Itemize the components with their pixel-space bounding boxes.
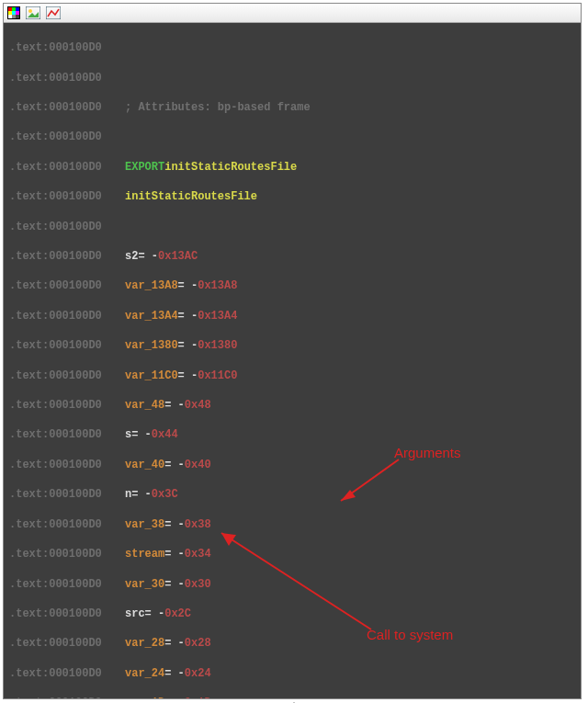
addr: .text:000100D0 bbox=[9, 189, 125, 204]
palette-icon[interactable] bbox=[7, 6, 20, 19]
addr: .text:000100D0 bbox=[9, 696, 125, 698]
var: var_13A4 bbox=[125, 309, 178, 323]
addr: .text:000100D0 bbox=[9, 487, 125, 502]
var: s bbox=[125, 427, 131, 442]
svg-rect-4 bbox=[8, 11, 12, 15]
svg-rect-6 bbox=[16, 11, 19, 15]
svg-rect-9 bbox=[16, 15, 19, 18]
addr: .text:000100D0 bbox=[9, 71, 125, 85]
attr-comment: ; Attributes: bp-based frame bbox=[125, 100, 311, 115]
toolbar bbox=[4, 4, 581, 23]
var: s2 bbox=[125, 249, 138, 264]
func-name: initStaticRoutesFile bbox=[164, 160, 297, 175]
var: var_38 bbox=[125, 517, 164, 532]
var: var_30 bbox=[125, 577, 164, 592]
var: n bbox=[125, 487, 131, 502]
addr: .text:000100D0 bbox=[9, 278, 125, 293]
svg-point-11 bbox=[28, 9, 32, 13]
addr: .text:000100D0 bbox=[9, 636, 125, 651]
disassembly-listing[interactable]: .text:000100D0 .text:000100D0 .text:0001… bbox=[4, 23, 581, 698]
func-name: initStaticRoutesFile bbox=[125, 189, 257, 204]
addr: .text:000100D0 bbox=[9, 309, 125, 323]
var: var_48 bbox=[125, 398, 164, 413]
addr: .text:000100D0 bbox=[9, 458, 125, 472]
addr: .text:000100D0 bbox=[9, 607, 125, 621]
addr: .text:000100D0 bbox=[9, 100, 125, 115]
var: var_13A8 bbox=[125, 278, 178, 293]
addr: .text:000100D0 bbox=[9, 517, 125, 532]
addr: .text:000100D0 bbox=[9, 666, 125, 681]
export-kw: EXPORT bbox=[125, 160, 164, 175]
var: var_40 bbox=[125, 458, 164, 472]
addr: .text:000100D0 bbox=[9, 220, 125, 234]
addr: .text:000100D0 bbox=[9, 577, 125, 592]
addr: .text:000100D0 bbox=[9, 338, 125, 353]
addr: .text:000100D0 bbox=[9, 130, 125, 144]
image-icon[interactable] bbox=[26, 6, 40, 19]
svg-rect-5 bbox=[12, 11, 16, 15]
var: stream bbox=[125, 547, 164, 561]
var: var_28 bbox=[125, 636, 164, 651]
svg-rect-1 bbox=[8, 7, 12, 11]
addr: .text:000100D0 bbox=[9, 369, 125, 383]
disassembly-panel: .text:000100D0 .text:000100D0 .text:0001… bbox=[3, 3, 582, 699]
svg-rect-2 bbox=[12, 7, 16, 11]
addr: .text:000100D0 bbox=[9, 427, 125, 442]
var: src bbox=[125, 607, 145, 621]
addr: .text:000100D0 bbox=[9, 398, 125, 413]
addr: .text:000100D0 bbox=[9, 40, 125, 55]
svg-marker-16 bbox=[221, 533, 236, 546]
var: var_1380 bbox=[125, 338, 178, 353]
var: var_24 bbox=[125, 666, 164, 681]
svg-rect-8 bbox=[12, 15, 16, 18]
addr: .text:000100D0 bbox=[9, 547, 125, 561]
var: var_11C0 bbox=[125, 369, 178, 383]
var: var_1D bbox=[125, 696, 164, 698]
svg-rect-7 bbox=[8, 15, 12, 18]
svg-rect-3 bbox=[16, 7, 19, 11]
addr: .text:000100D0 bbox=[9, 249, 125, 264]
chart-icon[interactable] bbox=[46, 6, 61, 19]
addr: .text:000100D0 bbox=[9, 160, 125, 175]
